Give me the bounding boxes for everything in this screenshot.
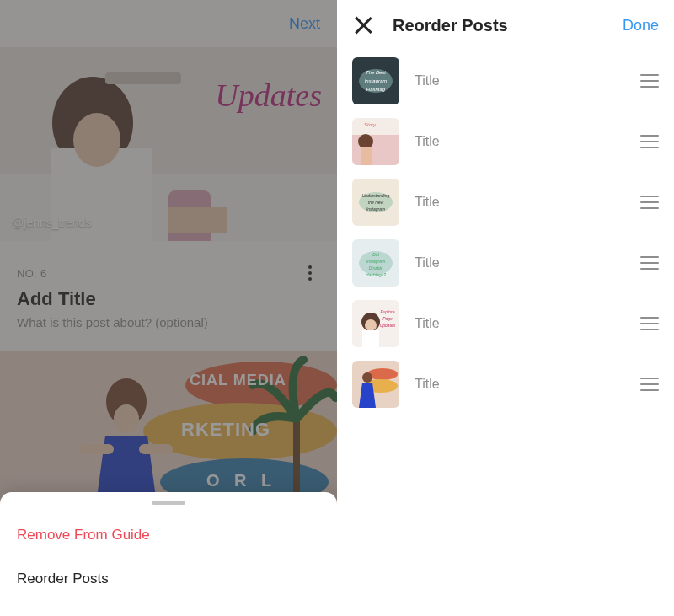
- svg-text:Updates: Updates: [380, 323, 396, 328]
- svg-text:Instagram: Instagram: [365, 78, 388, 83]
- reorder-header: Reorder Posts Done: [337, 0, 674, 51]
- post-meta-block: NO. 6 Add Title What is this post about?…: [0, 241, 337, 336]
- item-title: Title: [415, 255, 625, 271]
- hero-username: @jenns_trends: [12, 216, 91, 229]
- sheet-grabber[interactable]: [152, 501, 185, 505]
- title-input[interactable]: Add Title: [17, 288, 320, 310]
- svg-point-40: [365, 319, 377, 331]
- drag-handle-icon[interactable]: [640, 378, 659, 391]
- mural-text-3: O R L: [206, 471, 276, 490]
- list-item[interactable]: DidInstagramDisableHashtags? Title: [352, 239, 659, 287]
- svg-rect-7: [168, 207, 227, 233]
- svg-text:Story: Story: [364, 122, 377, 127]
- post-thumbnail: ExplorePageUpdates: [352, 300, 399, 347]
- post-number-label: NO. 6: [17, 267, 46, 280]
- drag-handle-icon[interactable]: [640, 135, 659, 148]
- action-sheet: Remove From Guide Reorder Posts: [0, 492, 337, 616]
- svg-text:Disable: Disable: [369, 265, 383, 271]
- reorder-posts-button[interactable]: Reorder Posts: [0, 557, 337, 601]
- svg-rect-5: [105, 72, 181, 84]
- item-title: Title: [415, 134, 625, 149]
- more-options-button[interactable]: [300, 263, 320, 283]
- item-title: Title: [415, 377, 625, 392]
- svg-text:the New: the New: [368, 200, 384, 205]
- svg-text:Instagram: Instagram: [366, 259, 385, 264]
- guide-editor-pane: Next Updates @jenns_trends NO. 6: [0, 0, 337, 616]
- svg-text:Page: Page: [382, 316, 393, 321]
- item-title: Title: [415, 316, 625, 331]
- svg-text:The Best: The Best: [366, 70, 386, 75]
- mural-text-1: CIAL MEDIA: [190, 372, 286, 389]
- item-title: Title: [415, 195, 625, 210]
- svg-point-14: [114, 404, 139, 433]
- list-item[interactable]: Understandingthe NewInstagram Title: [352, 179, 659, 226]
- post-thumbnail: Story: [352, 118, 399, 165]
- remove-from-guide-button[interactable]: Remove From Guide: [0, 513, 337, 557]
- svg-text:Understanding: Understanding: [362, 193, 390, 198]
- list-item[interactable]: Story Title: [352, 118, 659, 165]
- svg-rect-41: [362, 330, 379, 347]
- reorder-list: The BestInstagramHashtag Title Story Tit…: [337, 51, 674, 415]
- post-thumbnail: The BestInstagramHashtag: [352, 57, 399, 104]
- svg-rect-25: [361, 147, 372, 165]
- done-button[interactable]: Done: [623, 17, 659, 35]
- editor-header: Next: [0, 0, 337, 47]
- svg-rect-16: [139, 444, 173, 454]
- svg-text:Explore: Explore: [381, 309, 395, 314]
- svg-text:Did: Did: [372, 252, 379, 257]
- drag-handle-icon[interactable]: [640, 317, 659, 330]
- list-item[interactable]: ExplorePageUpdates Title: [352, 300, 659, 347]
- svg-text:Instagram: Instagram: [366, 206, 385, 212]
- hero-badge-text: Updates: [215, 77, 322, 114]
- reorder-title: Reorder Posts: [393, 16, 604, 35]
- post-thumbnail: Understandingthe NewInstagram: [352, 179, 399, 226]
- drag-handle-icon[interactable]: [640, 196, 659, 209]
- subtitle-input[interactable]: What is this post about? (optional): [17, 315, 320, 329]
- drag-handle-icon[interactable]: [640, 256, 659, 270]
- post-thumbnail: DidInstagramDisableHashtags?: [352, 239, 399, 287]
- list-item[interactable]: Title: [352, 361, 659, 408]
- list-item[interactable]: The BestInstagramHashtag Title: [352, 57, 659, 104]
- next-button[interactable]: Next: [289, 15, 320, 33]
- svg-point-48: [362, 372, 372, 383]
- item-title: Title: [415, 73, 625, 88]
- drag-handle-icon[interactable]: [640, 74, 659, 88]
- svg-point-4: [73, 113, 120, 167]
- mural-text-2: RKETING: [181, 419, 270, 441]
- svg-text:Hashtags?: Hashtags?: [366, 272, 386, 277]
- post-thumbnail: [352, 361, 399, 408]
- svg-rect-15: [80, 444, 114, 454]
- reorder-posts-pane: Reorder Posts Done The BestInstagramHash…: [337, 0, 674, 616]
- svg-text:Hashtag: Hashtag: [366, 87, 386, 92]
- close-icon[interactable]: [352, 14, 374, 36]
- post-hero-image: Updates @jenns_trends: [0, 47, 337, 241]
